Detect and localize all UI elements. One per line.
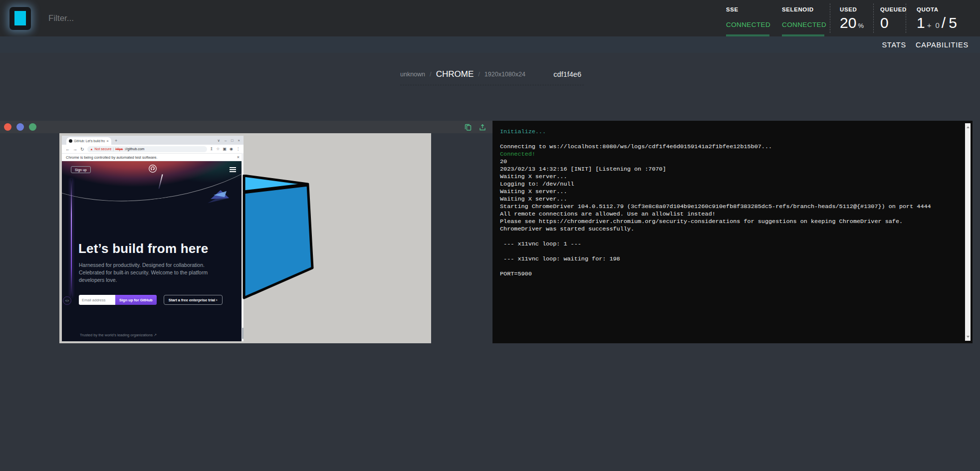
email-field[interactable] — [79, 295, 115, 305]
session-row[interactable]: unknown / CHROME / 1920x1080x24 cdf1f4e6 — [400, 63, 584, 85]
session-log-panel: Initialize... Connecting to ws://localho… — [492, 121, 973, 343]
copy-icon[interactable] — [464, 123, 472, 131]
back-icon[interactable]: ← — [65, 147, 70, 152]
tab-grid-icon[interactable]: ▣ — [223, 147, 227, 151]
fullscreen-traffic-light[interactable] — [29, 123, 36, 131]
used-label: USED — [840, 6, 873, 12]
code-bracket-icon: <> — [63, 296, 71, 305]
minimize-traffic-light[interactable] — [16, 123, 24, 131]
addressbar-actions: ↥ ☆ ▣ ◉ ⋮ — [210, 147, 240, 151]
vnc-pane: GitHub: Let’s build from he... × + ∨ – □… — [0, 121, 492, 343]
selenoid-label: SELENOID — [782, 6, 830, 12]
not-secure-label: Not secure — [95, 147, 112, 151]
log-line: All remote connections are allowed. Use … — [500, 211, 958, 218]
bookmark-star-icon[interactable]: ☆ — [216, 147, 220, 151]
used-unit: % — [858, 22, 864, 29]
app-logo-inner — [14, 11, 26, 25]
url-bar[interactable]: ▲ Not secure | https ://github.com — [87, 146, 207, 152]
github-signup-button[interactable]: Sign up — [71, 166, 91, 173]
share-upload-icon[interactable] — [479, 123, 487, 131]
automation-infobar: Chrome is being controlled by automated … — [62, 153, 244, 161]
close-traffic-light[interactable] — [4, 123, 11, 131]
window-controls: ∨ – □ × — [217, 138, 240, 143]
forward-icon[interactable]: → — [73, 147, 77, 152]
session-name: unknown — [400, 71, 425, 78]
cta-row: Sign up for GitHub Start a free enterpri… — [79, 295, 223, 305]
minimize-icon[interactable]: – — [225, 138, 227, 143]
quota-plus: + — [927, 21, 932, 29]
scroll-up-arrow-icon[interactable] — [967, 126, 970, 128]
tab-stats[interactable]: STATS — [882, 41, 906, 49]
sse-label: SSE — [726, 6, 782, 12]
tab-title: GitHub: Let’s build from he... — [74, 139, 105, 143]
remote-browser-window: GitHub: Let’s build from he... × + ∨ – □… — [62, 136, 244, 341]
enterprise-trial-button[interactable]: Start a free enterprise trial › — [164, 295, 223, 305]
profile-icon[interactable]: ◉ — [230, 147, 233, 151]
log-line: Logging to: /dev/null — [500, 181, 958, 188]
queued-value: 0 — [880, 14, 889, 31]
caret-down-icon[interactable]: ∨ — [217, 138, 220, 143]
selenoid-status: SELENOID CONNECTED — [782, 0, 830, 36]
hamburger-menu-icon[interactable] — [230, 167, 236, 172]
session-browser: CHROME — [436, 69, 474, 79]
quota-metric: QUOTA 1 + 0 / 5 — [906, 0, 966, 36]
infobar-close-icon[interactable]: × — [237, 155, 240, 160]
hero-heading: Let’s build from here — [78, 241, 208, 256]
top-bar: SSE CONNECTED SELENOID CONNECTED USED 20… — [0, 0, 980, 36]
vnc-titlebar — [0, 121, 492, 133]
scroll-down-arrow-icon[interactable] — [967, 336, 970, 338]
quota-pending: 0 — [935, 21, 939, 29]
selenoid-ui-app: SSE CONNECTED SELENOID CONNECTED USED 20… — [0, 0, 980, 471]
hero-tagline: Harnessed for productivity. Designed for… — [79, 261, 231, 283]
log-scrollbar[interactable] — [965, 123, 971, 341]
browser-addressbar: ← → ↻ ▲ Not secure | https ://github.com… — [62, 145, 244, 153]
kebab-menu-icon[interactable]: ⋮ — [236, 147, 240, 151]
log-line: Connected! — [500, 151, 958, 158]
close-icon[interactable]: × — [238, 138, 240, 143]
log-line: Please see https://chromedriver.chromium… — [500, 218, 958, 226]
log-line: --- x11vnc loop: 1 --- — [500, 240, 958, 248]
quota-divider: / — [942, 14, 946, 31]
log-line: PORT=5900 — [500, 270, 958, 278]
purple-glow-line — [71, 179, 72, 297]
new-tab-icon[interactable]: + — [115, 138, 117, 143]
sse-value: CONNECTED — [726, 21, 782, 28]
session-resolution: 1920x1080x24 — [485, 71, 525, 78]
browser-tab[interactable]: GitHub: Let’s build from he... × — [66, 137, 111, 145]
log-line: Initialize... — [500, 128, 958, 136]
log-line: Connecting to ws://localhost:8080/ws/log… — [500, 143, 958, 151]
log-line: 20 — [500, 158, 958, 166]
session-separator: / — [478, 70, 480, 78]
maximize-icon[interactable]: □ — [231, 138, 234, 143]
log-line: 2023/02/13 14:32:16 [INIT] [Listening on… — [500, 166, 958, 173]
log-line — [500, 263, 958, 270]
session-id: cdf1f4e6 — [553, 70, 581, 78]
quota-label: QUOTA — [917, 6, 966, 12]
tab-capabilities[interactable]: CAPABILITIES — [916, 41, 969, 49]
blue-cube-graphic — [241, 175, 317, 304]
used-value: 20 — [840, 14, 856, 31]
security-warning-icon: ▲ — [90, 148, 93, 151]
log-line — [500, 248, 958, 255]
github-favicon — [69, 139, 72, 143]
browser-scrollbar-thumb[interactable] — [242, 328, 244, 339]
tab-close-icon[interactable]: × — [106, 139, 109, 143]
reload-icon[interactable]: ↻ — [80, 147, 84, 152]
signup-github-button[interactable]: Sign up for GitHub — [115, 295, 157, 305]
github-page: Sign up Let’s build from here Harnessed … — [62, 161, 244, 341]
url-scheme: https — [115, 147, 123, 151]
queued-label: QUEUED — [880, 6, 906, 12]
sse-status: SSE CONNECTED — [726, 0, 782, 36]
quota-current: 1 — [917, 14, 925, 31]
log-line: --- x11vnc loop: waiting for: 198 — [500, 255, 958, 263]
app-logo-icon[interactable] — [9, 7, 31, 30]
share-icon[interactable]: ↥ — [210, 147, 214, 151]
selenoid-value: CONNECTED — [782, 21, 830, 28]
url-divider: | — [113, 147, 114, 151]
trusted-link[interactable]: Trusted by the world’s leading organizat… — [80, 333, 157, 337]
github-logo-icon[interactable] — [148, 164, 157, 173]
filter-input[interactable] — [47, 13, 289, 24]
log-line: Waiting X server... — [500, 188, 958, 196]
log-line — [500, 136, 958, 143]
browser-tabstrip: GitHub: Let’s build from he... × + ∨ – □… — [62, 136, 244, 145]
